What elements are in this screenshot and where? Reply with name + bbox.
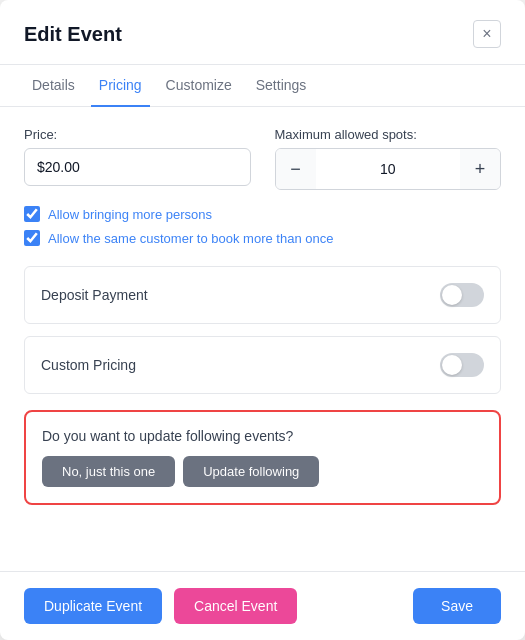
edit-event-modal: Edit Event × Details Pricing Customize S…	[0, 0, 525, 640]
modal-body: Price: Maximum allowed spots: − 10 + All…	[0, 107, 525, 571]
checkbox-same-customer[interactable]: Allow the same customer to book more tha…	[24, 230, 501, 246]
update-box-buttons: No, just this one Update following	[42, 456, 483, 487]
save-button[interactable]: Save	[413, 588, 501, 624]
deposit-payment-toggle[interactable]	[440, 283, 484, 307]
max-spots-value: 10	[316, 161, 461, 177]
tab-details[interactable]: Details	[24, 65, 83, 107]
close-button[interactable]: ×	[473, 20, 501, 48]
max-spots-stepper: − 10 +	[275, 148, 502, 190]
deposit-payment-row: Deposit Payment	[24, 266, 501, 324]
custom-pricing-toggle[interactable]	[440, 353, 484, 377]
decrement-button[interactable]: −	[276, 149, 316, 189]
update-following-button[interactable]: Update following	[183, 456, 319, 487]
checkbox-same-customer-input[interactable]	[24, 230, 40, 246]
price-field-container: Price:	[24, 127, 251, 186]
checkbox-same-customer-label: Allow the same customer to book more tha…	[48, 231, 333, 246]
pricing-fields: Price: Maximum allowed spots: − 10 +	[24, 127, 501, 190]
footer-left-buttons: Duplicate Event Cancel Event	[24, 588, 297, 624]
update-following-box: Do you want to update following events? …	[24, 410, 501, 505]
tabs-container: Details Pricing Customize Settings	[0, 65, 525, 107]
tab-settings[interactable]: Settings	[248, 65, 315, 107]
checkbox-more-persons-input[interactable]	[24, 206, 40, 222]
custom-pricing-label: Custom Pricing	[41, 357, 136, 373]
deposit-payment-label: Deposit Payment	[41, 287, 148, 303]
modal-header: Edit Event ×	[0, 0, 525, 65]
increment-button[interactable]: +	[460, 149, 500, 189]
cancel-event-button[interactable]: Cancel Event	[174, 588, 297, 624]
modal-footer: Duplicate Event Cancel Event Save	[0, 571, 525, 640]
update-question: Do you want to update following events?	[42, 428, 483, 444]
duplicate-event-button[interactable]: Duplicate Event	[24, 588, 162, 624]
checkbox-more-persons[interactable]: Allow bringing more persons	[24, 206, 501, 222]
modal-title: Edit Event	[24, 23, 122, 46]
max-spots-field-container: Maximum allowed spots: − 10 +	[275, 127, 502, 190]
max-spots-label: Maximum allowed spots:	[275, 127, 502, 142]
price-label: Price:	[24, 127, 251, 142]
tab-customize[interactable]: Customize	[158, 65, 240, 107]
custom-pricing-row: Custom Pricing	[24, 336, 501, 394]
price-input[interactable]	[24, 148, 251, 186]
no-just-this-one-button[interactable]: No, just this one	[42, 456, 175, 487]
checkboxes-container: Allow bringing more persons Allow the sa…	[24, 206, 501, 246]
checkbox-more-persons-label: Allow bringing more persons	[48, 207, 212, 222]
tab-pricing[interactable]: Pricing	[91, 65, 150, 107]
